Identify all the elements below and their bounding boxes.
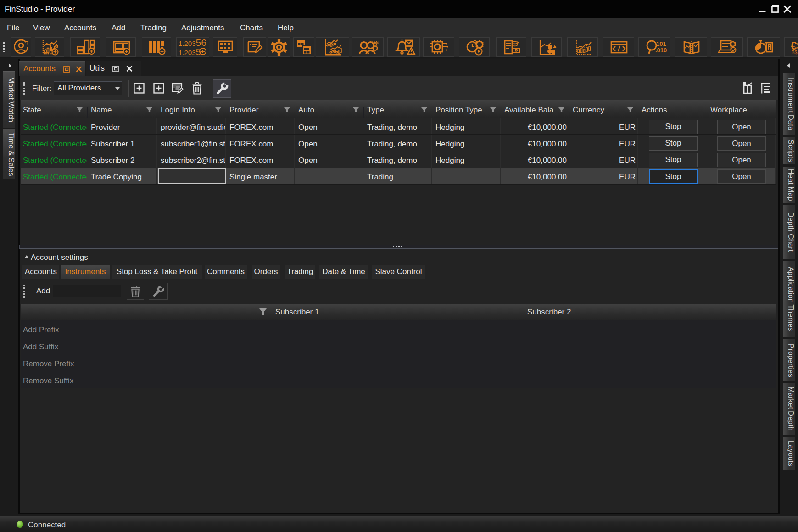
svg-text:.010: .010	[655, 47, 667, 54]
svg-text:101: 101	[656, 40, 666, 47]
svg-text:B$●: B$●	[792, 50, 798, 55]
